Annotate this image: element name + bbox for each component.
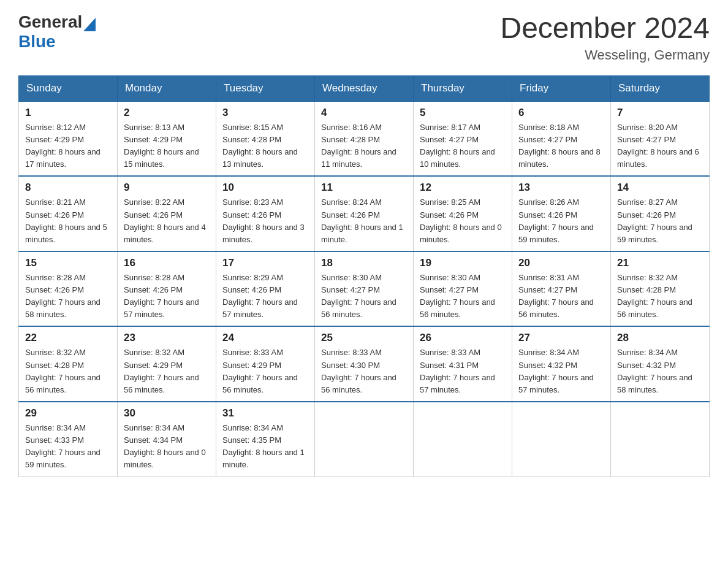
day-cell: 10 Sunrise: 8:23 AM Sunset: 4:26 PM Dayl…	[216, 176, 315, 251]
day-number: 22	[25, 332, 111, 344]
day-cell	[315, 402, 414, 477]
day-cell: 31 Sunrise: 8:34 AM Sunset: 4:35 PM Dayl…	[216, 402, 315, 477]
day-number: 17	[222, 257, 308, 269]
day-cell: 25 Sunrise: 8:33 AM Sunset: 4:30 PM Dayl…	[315, 326, 414, 402]
header-monday: Monday	[118, 75, 216, 101]
header-saturday: Saturday	[611, 75, 710, 101]
day-info: Sunrise: 8:12 AM Sunset: 4:29 PM Dayligh…	[25, 121, 111, 171]
day-info: Sunrise: 8:13 AM Sunset: 4:29 PM Dayligh…	[124, 121, 210, 171]
day-info: Sunrise: 8:30 AM Sunset: 4:27 PM Dayligh…	[420, 272, 506, 321]
day-number: 10	[222, 182, 308, 194]
week-row-5: 29 Sunrise: 8:34 AM Sunset: 4:33 PM Dayl…	[19, 402, 710, 477]
day-cell: 7 Sunrise: 8:20 AM Sunset: 4:27 PM Dayli…	[611, 101, 710, 177]
day-info: Sunrise: 8:28 AM Sunset: 4:26 PM Dayligh…	[124, 272, 210, 321]
day-number: 15	[25, 257, 111, 269]
day-number: 31	[222, 407, 308, 419]
day-info: Sunrise: 8:34 AM Sunset: 4:33 PM Dayligh…	[25, 422, 111, 472]
logo-general: General	[18, 12, 82, 32]
day-cell: 26 Sunrise: 8:33 AM Sunset: 4:31 PM Dayl…	[414, 326, 512, 402]
title-section: December 2024 Wesseling, Germany	[500, 12, 710, 63]
day-info: Sunrise: 8:31 AM Sunset: 4:27 PM Dayligh…	[518, 272, 604, 321]
month-title: December 2024	[500, 12, 710, 45]
day-number: 25	[321, 332, 407, 344]
day-number: 13	[518, 182, 604, 194]
day-number: 14	[617, 182, 703, 194]
page-header: General Blue December 2024 Wesseling, Ge…	[18, 12, 710, 63]
day-info: Sunrise: 8:33 AM Sunset: 4:29 PM Dayligh…	[222, 347, 308, 396]
day-info: Sunrise: 8:24 AM Sunset: 4:26 PM Dayligh…	[321, 196, 407, 246]
day-cell: 21 Sunrise: 8:32 AM Sunset: 4:28 PM Dayl…	[611, 251, 710, 327]
day-cell: 9 Sunrise: 8:22 AM Sunset: 4:26 PM Dayli…	[118, 176, 216, 251]
day-cell: 30 Sunrise: 8:34 AM Sunset: 4:34 PM Dayl…	[118, 402, 216, 477]
day-cell: 5 Sunrise: 8:17 AM Sunset: 4:27 PM Dayli…	[414, 101, 512, 177]
day-number: 2	[124, 107, 210, 119]
header-row: SundayMondayTuesdayWednesdayThursdayFrid…	[19, 75, 710, 101]
day-number: 28	[617, 332, 703, 344]
day-cell: 18 Sunrise: 8:30 AM Sunset: 4:27 PM Dayl…	[315, 251, 414, 327]
day-number: 21	[617, 257, 703, 269]
day-cell: 19 Sunrise: 8:30 AM Sunset: 4:27 PM Dayl…	[414, 251, 512, 327]
header-wednesday: Wednesday	[315, 75, 414, 101]
day-cell: 2 Sunrise: 8:13 AM Sunset: 4:29 PM Dayli…	[118, 101, 216, 177]
day-info: Sunrise: 8:27 AM Sunset: 4:26 PM Dayligh…	[617, 196, 703, 246]
week-row-1: 1 Sunrise: 8:12 AM Sunset: 4:29 PM Dayli…	[19, 101, 710, 177]
day-cell: 16 Sunrise: 8:28 AM Sunset: 4:26 PM Dayl…	[118, 251, 216, 327]
day-number: 4	[321, 107, 407, 119]
day-info: Sunrise: 8:34 AM Sunset: 4:32 PM Dayligh…	[518, 347, 604, 396]
logo-triangle-icon	[83, 15, 96, 31]
day-number: 24	[222, 332, 308, 344]
calendar-table: SundayMondayTuesdayWednesdayThursdayFrid…	[18, 75, 710, 477]
day-number: 9	[124, 182, 210, 194]
day-cell: 28 Sunrise: 8:34 AM Sunset: 4:32 PM Dayl…	[611, 326, 710, 402]
week-row-2: 8 Sunrise: 8:21 AM Sunset: 4:26 PM Dayli…	[19, 176, 710, 251]
day-number: 8	[25, 182, 111, 194]
header-friday: Friday	[512, 75, 611, 101]
day-info: Sunrise: 8:34 AM Sunset: 4:34 PM Dayligh…	[124, 422, 210, 472]
day-number: 12	[420, 182, 506, 194]
day-cell: 27 Sunrise: 8:34 AM Sunset: 4:32 PM Dayl…	[512, 326, 611, 402]
day-info: Sunrise: 8:17 AM Sunset: 4:27 PM Dayligh…	[420, 121, 506, 171]
day-info: Sunrise: 8:26 AM Sunset: 4:26 PM Dayligh…	[518, 196, 604, 246]
day-cell: 17 Sunrise: 8:29 AM Sunset: 4:26 PM Dayl…	[216, 251, 315, 327]
day-info: Sunrise: 8:33 AM Sunset: 4:31 PM Dayligh…	[420, 347, 506, 396]
day-info: Sunrise: 8:23 AM Sunset: 4:26 PM Dayligh…	[222, 196, 308, 246]
day-info: Sunrise: 8:16 AM Sunset: 4:28 PM Dayligh…	[321, 121, 407, 171]
day-cell	[611, 402, 710, 477]
week-row-3: 15 Sunrise: 8:28 AM Sunset: 4:26 PM Dayl…	[19, 251, 710, 327]
day-info: Sunrise: 8:28 AM Sunset: 4:26 PM Dayligh…	[25, 272, 111, 321]
day-info: Sunrise: 8:21 AM Sunset: 4:26 PM Dayligh…	[25, 196, 111, 246]
day-info: Sunrise: 8:33 AM Sunset: 4:30 PM Dayligh…	[321, 347, 407, 396]
day-info: Sunrise: 8:32 AM Sunset: 4:28 PM Dayligh…	[617, 272, 703, 321]
day-cell: 14 Sunrise: 8:27 AM Sunset: 4:26 PM Dayl…	[611, 176, 710, 251]
day-info: Sunrise: 8:34 AM Sunset: 4:32 PM Dayligh…	[617, 347, 703, 396]
day-info: Sunrise: 8:29 AM Sunset: 4:26 PM Dayligh…	[222, 272, 308, 321]
day-cell: 8 Sunrise: 8:21 AM Sunset: 4:26 PM Dayli…	[19, 176, 118, 251]
day-info: Sunrise: 8:32 AM Sunset: 4:28 PM Dayligh…	[25, 347, 111, 396]
location: Wesseling, Germany	[500, 47, 710, 63]
day-number: 27	[518, 332, 604, 344]
header-thursday: Thursday	[414, 75, 512, 101]
day-number: 20	[518, 257, 604, 269]
day-number: 7	[617, 107, 703, 119]
day-number: 1	[25, 107, 111, 119]
day-cell: 4 Sunrise: 8:16 AM Sunset: 4:28 PM Dayli…	[315, 101, 414, 177]
week-row-4: 22 Sunrise: 8:32 AM Sunset: 4:28 PM Dayl…	[19, 326, 710, 402]
day-number: 30	[124, 407, 210, 419]
svg-marker-0	[83, 18, 96, 31]
header-tuesday: Tuesday	[216, 75, 315, 101]
day-number: 29	[25, 407, 111, 419]
day-cell: 11 Sunrise: 8:24 AM Sunset: 4:26 PM Dayl…	[315, 176, 414, 251]
header-sunday: Sunday	[19, 75, 118, 101]
day-number: 26	[420, 332, 506, 344]
day-cell: 6 Sunrise: 8:18 AM Sunset: 4:27 PM Dayli…	[512, 101, 611, 177]
day-info: Sunrise: 8:18 AM Sunset: 4:27 PM Dayligh…	[518, 121, 604, 171]
day-number: 18	[321, 257, 407, 269]
day-number: 16	[124, 257, 210, 269]
day-info: Sunrise: 8:30 AM Sunset: 4:27 PM Dayligh…	[321, 272, 407, 321]
day-cell: 24 Sunrise: 8:33 AM Sunset: 4:29 PM Dayl…	[216, 326, 315, 402]
day-cell	[512, 402, 611, 477]
day-info: Sunrise: 8:15 AM Sunset: 4:28 PM Dayligh…	[222, 121, 308, 171]
day-cell: 29 Sunrise: 8:34 AM Sunset: 4:33 PM Dayl…	[19, 402, 118, 477]
day-cell: 23 Sunrise: 8:32 AM Sunset: 4:29 PM Dayl…	[118, 326, 216, 402]
day-cell: 13 Sunrise: 8:26 AM Sunset: 4:26 PM Dayl…	[512, 176, 611, 251]
